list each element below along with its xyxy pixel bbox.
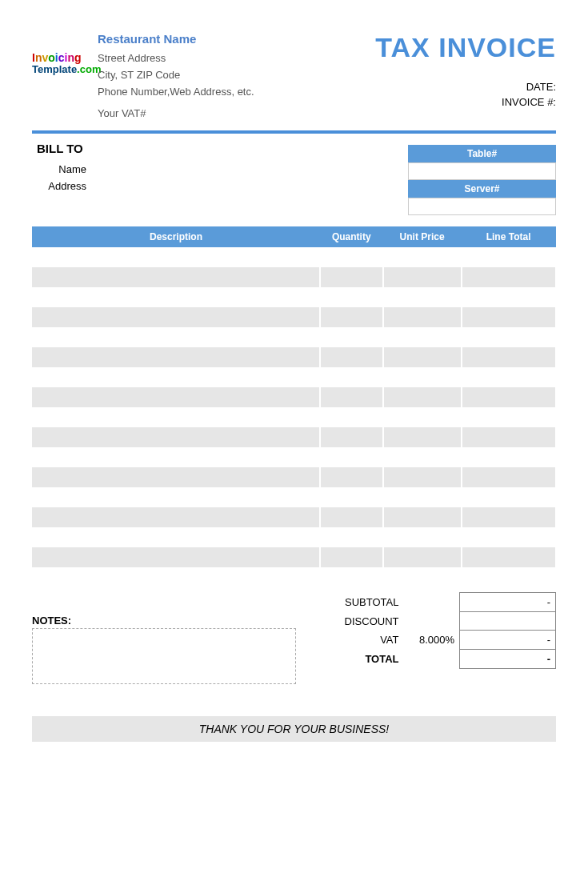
subtotal-value: - [460, 593, 556, 612]
billto-address-label: Address [32, 180, 94, 192]
thank-you: THANK YOU FOR YOUR BUSINESS! [32, 716, 556, 742]
table-row[interactable] [32, 267, 556, 287]
divider [32, 130, 556, 134]
billto-name-label: Name [32, 163, 94, 175]
items-table: Description Quantity Unit Price Line Tot… [32, 226, 556, 587]
table-row[interactable] [32, 307, 556, 327]
vat: Your VAT# [98, 107, 254, 119]
items-body [32, 247, 556, 587]
logo-address-row: Invoicing Template.com Street Address Ci… [32, 52, 254, 119]
totals-block: SUBTOTAL - DISCOUNT VAT 8.000% - TOTAL - [320, 592, 556, 684]
address-block: Street Address City, ST ZIP Code Phone N… [98, 52, 254, 119]
notes-label: NOTES: [32, 615, 320, 627]
billto-address-row: Address [32, 180, 288, 192]
billto-block: BILL TO Name Address [32, 142, 288, 215]
table-row[interactable] [32, 427, 556, 447]
col-description: Description [32, 226, 320, 247]
city: City, ST ZIP Code [98, 69, 254, 81]
totals-section: NOTES: SUBTOTAL - DISCOUNT VAT 8.000% - … [32, 592, 556, 684]
table-number-label: Table# [408, 145, 556, 162]
table-row[interactable] [32, 287, 556, 307]
billto-section: BILL TO Name Address Table# Server# [32, 142, 556, 215]
vat-rate: 8.000% [404, 631, 460, 650]
total-label: TOTAL [320, 650, 403, 669]
logo: Invoicing Template.com [32, 52, 94, 76]
table-row[interactable] [32, 247, 556, 267]
discount-label: DISCOUNT [320, 612, 403, 631]
table-row[interactable] [32, 507, 556, 527]
invoice-title: TAX INVOICE [375, 32, 556, 63]
table-row[interactable] [32, 367, 556, 387]
table-row[interactable] [32, 487, 556, 507]
invoice-meta: DATE: INVOICE #: [375, 81, 556, 108]
server-number-value[interactable] [408, 198, 556, 215]
server-number-label: Server# [408, 180, 556, 198]
phone: Phone Number,Web Address, etc. [98, 86, 254, 98]
invoice-number-label: INVOICE #: [375, 96, 556, 108]
table-number-value[interactable] [408, 162, 556, 180]
table-row[interactable] [32, 527, 556, 547]
header-left: Restaurant Name Invoicing Template.com S… [32, 32, 254, 119]
notes-box[interactable] [32, 628, 296, 684]
header: Restaurant Name Invoicing Template.com S… [32, 32, 556, 119]
table-row[interactable] [32, 467, 556, 487]
notes-side: NOTES: [32, 592, 320, 684]
table-server-block: Table# Server# [408, 145, 556, 215]
table-row[interactable] [32, 547, 556, 567]
logo-line1: Invoicing [32, 52, 94, 64]
date-label: DATE: [375, 81, 556, 93]
table-row[interactable] [32, 407, 556, 427]
table-row[interactable] [32, 347, 556, 367]
table-row[interactable] [32, 447, 556, 467]
billto-title: BILL TO [37, 142, 288, 155]
col-line-total: Line Total [462, 226, 556, 247]
total-value: - [460, 650, 556, 669]
header-right: TAX INVOICE DATE: INVOICE #: [375, 32, 556, 119]
subtotal-label: SUBTOTAL [320, 593, 403, 612]
billto-name-row: Name [32, 163, 288, 175]
col-quantity: Quantity [320, 226, 383, 247]
vat-value: - [460, 631, 556, 650]
vat-label: VAT [320, 631, 403, 650]
logo-line2: Template.com [32, 64, 94, 75]
discount-value[interactable] [460, 612, 556, 631]
col-unit-price: Unit Price [383, 226, 462, 247]
table-row[interactable] [32, 567, 556, 587]
table-row[interactable] [32, 387, 556, 407]
restaurant-name: Restaurant Name [98, 32, 254, 46]
table-row[interactable] [32, 327, 556, 347]
street: Street Address [98, 52, 254, 64]
